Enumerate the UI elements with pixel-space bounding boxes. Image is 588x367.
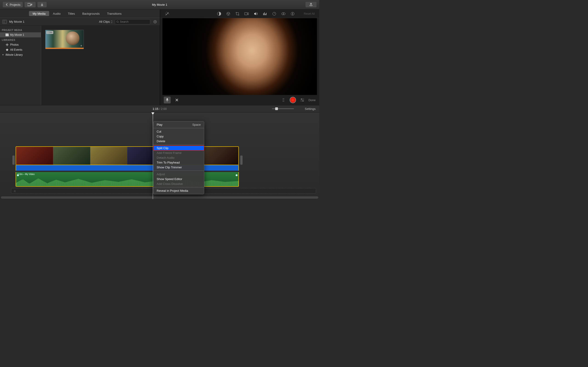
svg-point-34 xyxy=(301,99,302,100)
browser-header: My Movie 1 All Clips xyxy=(0,18,160,26)
menu-item-show-speed-editor[interactable]: Show Speed Editor xyxy=(153,177,204,181)
sidebar-item-all-events[interactable]: All Events xyxy=(0,47,41,52)
svg-point-11 xyxy=(7,43,8,44)
sidebar-toggle-button[interactable] xyxy=(2,20,7,24)
equalizer-icon xyxy=(263,12,267,16)
timeline[interactable]: 2.0m – My Video ♫ Play Space Cut Copy De… xyxy=(0,112,319,199)
noise-reduction-button[interactable] xyxy=(262,11,268,16)
speed-button[interactable] xyxy=(272,11,277,16)
svg-point-28 xyxy=(283,98,283,99)
timeline-horizontal-scrollbar[interactable] xyxy=(1,196,318,199)
projects-back-button[interactable]: Projects xyxy=(3,2,23,7)
stabilization-button[interactable] xyxy=(244,11,249,16)
record-button[interactable] xyxy=(290,97,296,103)
svg-point-19 xyxy=(228,14,229,15)
preview-viewer[interactable] xyxy=(162,18,317,95)
svg-line-6 xyxy=(118,22,119,23)
playhead[interactable] xyxy=(153,113,153,199)
menu-item-play[interactable]: Play Space xyxy=(153,122,204,127)
menu-item-copy[interactable]: Copy xyxy=(153,134,204,139)
color-balance-button[interactable] xyxy=(216,11,222,16)
import-media-button[interactable] xyxy=(25,2,36,7)
clips-filter-label: All Clips xyxy=(99,20,110,23)
voiceover-options-button[interactable] xyxy=(299,97,306,103)
audio-keyframe-end[interactable] xyxy=(236,174,237,176)
audio-waveform xyxy=(16,177,238,186)
audio-keyframe-start[interactable] xyxy=(17,174,19,176)
clapperboard-icon xyxy=(6,33,9,36)
svg-point-7 xyxy=(154,20,156,23)
reset-all-button[interactable]: Reset All xyxy=(304,12,315,15)
svg-point-10 xyxy=(7,44,8,45)
share-button[interactable] xyxy=(305,2,317,7)
tab-backgrounds[interactable]: Backgrounds xyxy=(78,9,103,18)
done-button[interactable]: Done xyxy=(309,98,316,102)
clip-used-indicator xyxy=(45,48,84,49)
menu-item-add-freeze-frame: Add Freeze Frame xyxy=(153,150,204,155)
window-title: My Movie 1 xyxy=(152,3,167,6)
tab-my-media[interactable]: My Media xyxy=(29,11,49,16)
menu-item-detach-audio: Detach Audio xyxy=(153,155,204,160)
menu-item-reveal-in-project-media[interactable]: Reveal in Project Media xyxy=(153,188,204,193)
timeline-zoom-slider[interactable] xyxy=(272,108,294,109)
filmstrip-frame xyxy=(16,147,53,165)
clips-filter-dropdown[interactable]: All Clips xyxy=(99,20,112,23)
clip-filter-button[interactable] xyxy=(281,11,286,16)
clip-trim-handle-left[interactable] xyxy=(12,156,15,165)
tab-transitions[interactable]: Transitions xyxy=(103,9,125,18)
zoom-slider-thumb[interactable] xyxy=(275,107,278,110)
menu-separator xyxy=(153,187,204,187)
disclosure-triangle-icon[interactable]: ▼ xyxy=(2,54,4,56)
projects-label: Projects xyxy=(10,3,20,6)
drag-handle[interactable] xyxy=(280,97,287,103)
clip-trim-handle-right[interactable] xyxy=(240,156,242,165)
svg-point-5 xyxy=(117,21,118,22)
info-icon xyxy=(291,12,295,16)
menu-item-split-clip[interactable]: Split Clip xyxy=(153,146,204,150)
menu-item-cut[interactable]: Cut xyxy=(153,129,204,134)
menu-item-trim-to-playhead[interactable]: Trim To Playhead xyxy=(153,160,204,165)
menu-item-show-clip-trimmer[interactable]: Show Clip Trimmer xyxy=(153,165,204,170)
sidebar-photos-label: Photos xyxy=(10,43,19,46)
svg-point-23 xyxy=(283,13,285,15)
svg-rect-26 xyxy=(292,13,293,15)
clip-duration-badge: 2.0m xyxy=(46,31,53,34)
video-clip[interactable] xyxy=(16,146,239,165)
color-correction-button[interactable] xyxy=(226,11,231,16)
speaker-icon xyxy=(254,12,258,16)
audio-clip[interactable]: 2.0m – My Video xyxy=(16,172,239,187)
tab-titles[interactable]: Titles xyxy=(64,9,79,18)
sidebar-heading-project: PROJECT MEDIA xyxy=(0,27,41,32)
svg-point-8 xyxy=(155,21,156,22)
add-to-timeline-icon[interactable]: + xyxy=(80,44,82,48)
menu-item-delete[interactable]: Delete xyxy=(153,139,204,144)
enhance-button[interactable] xyxy=(165,11,170,16)
audio-clip-label: 2.0m – My Video xyxy=(17,173,35,175)
scrollbar-thumb[interactable] xyxy=(1,196,318,199)
info-button[interactable] xyxy=(290,11,295,16)
sidebar-item-imovie-library[interactable]: ▼ iMovie Library xyxy=(0,52,41,57)
gear-icon xyxy=(153,20,157,24)
sidebar-project-label: My Movie 1 xyxy=(10,33,24,36)
magic-wand-icon xyxy=(165,11,170,16)
sidebar-item-project[interactable]: My Movie 1 xyxy=(0,32,41,37)
video-clip-audio-strip[interactable] xyxy=(16,165,239,171)
volume-button[interactable] xyxy=(253,11,258,16)
close-voiceover-button[interactable] xyxy=(173,97,180,103)
search-input[interactable] xyxy=(120,20,149,23)
crop-button[interactable] xyxy=(235,11,240,16)
svg-point-22 xyxy=(282,13,284,15)
voiceover-button[interactable] xyxy=(164,97,171,103)
svg-rect-27 xyxy=(166,98,168,100)
media-clip-thumbnail[interactable]: 2.0m + xyxy=(45,30,84,49)
svg-point-32 xyxy=(283,101,283,102)
speedometer-icon xyxy=(272,12,276,16)
download-button[interactable] xyxy=(37,2,47,7)
browser-settings-button[interactable] xyxy=(153,19,157,24)
timeline-settings-button[interactable]: Settings xyxy=(305,107,316,110)
tab-audio[interactable]: Audio xyxy=(49,9,64,18)
svg-point-13 xyxy=(7,45,8,46)
sidebar-item-photos[interactable]: Photos xyxy=(0,42,41,47)
svg-point-14 xyxy=(6,44,7,45)
search-field[interactable] xyxy=(115,19,150,24)
